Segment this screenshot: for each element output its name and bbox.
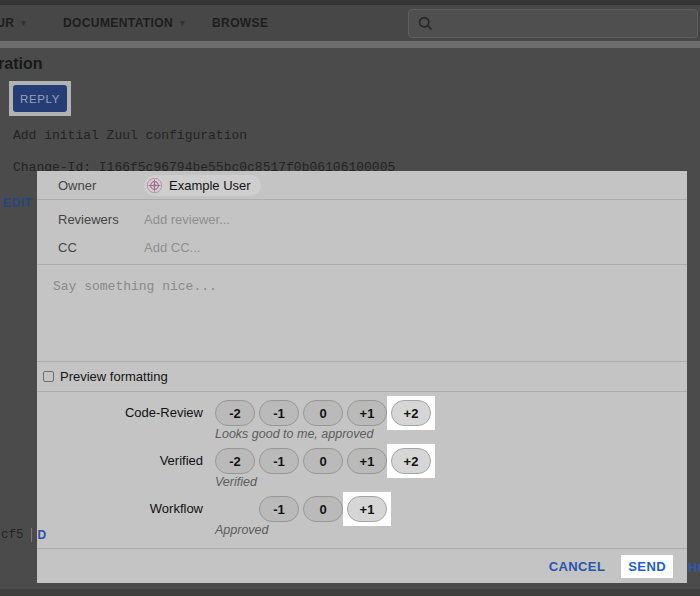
reply-message-textarea[interactable]	[37, 265, 687, 361]
cc-label: CC	[58, 240, 144, 255]
reply-dialog: Owner Example User Reviewers CC Preview …	[37, 171, 687, 583]
page-title-fragment: ration	[0, 55, 42, 73]
vote-button-plus2[interactable]: +2	[391, 400, 431, 426]
vote-button-plus1[interactable]: +1	[347, 496, 387, 522]
preview-checkbox[interactable]	[43, 371, 54, 382]
vote-button-plus1[interactable]: +1	[347, 400, 387, 426]
owner-name: Example User	[169, 178, 251, 193]
vote-label: Code-Review	[37, 400, 215, 426]
vote-button-zero[interactable]: 0	[303, 400, 343, 426]
add-reviewer-input[interactable]	[144, 212, 524, 227]
search-icon	[418, 16, 433, 31]
divider	[31, 528, 32, 542]
vote-button-minus1[interactable]: -1	[259, 448, 299, 474]
preview-checkbox-label: Preview formatting	[60, 369, 168, 384]
vote-section: Code-Review -2 -1 0 +1 +2 Looks good to …	[37, 392, 687, 549]
cancel-button[interactable]: CANCEL	[549, 559, 606, 574]
patchset-info-fragment: cf5 D	[1, 528, 47, 542]
owner-label: Owner	[58, 178, 144, 193]
highlight-box: +2	[391, 400, 431, 426]
vote-label: Workflow	[37, 496, 215, 522]
send-button-highlight: SEND	[621, 555, 673, 578]
avatar	[146, 177, 163, 194]
vote-description: Looks good to me, approved	[215, 426, 687, 442]
vote-button-zero[interactable]: 0	[303, 496, 343, 522]
vote-button-plus1[interactable]: +1	[347, 448, 387, 474]
vote-button-minus1[interactable]: -1	[259, 400, 299, 426]
nav-item-browse[interactable]: BROWSE	[212, 16, 268, 30]
vote-description: Approved	[215, 522, 687, 538]
search-box[interactable]	[408, 9, 698, 38]
owner-row: Owner Example User	[37, 171, 687, 200]
preview-formatting-row: Preview formatting	[37, 362, 687, 392]
vote-row-verified: Verified -2 -1 0 +1 +2	[37, 448, 687, 474]
vote-description: Verified	[215, 474, 687, 490]
chevron-down-icon: ▾	[180, 18, 185, 28]
search-input[interactable]	[439, 10, 697, 37]
background-link-fragment[interactable]: HO	[688, 560, 700, 575]
reply-button[interactable]: REPLY	[13, 85, 67, 112]
vote-row-workflow: Workflow -1 0 +1	[37, 496, 687, 522]
vote-button-minus2[interactable]: -2	[215, 400, 255, 426]
cc-row: CC	[37, 237, 687, 257]
vote-row-code-review: Code-Review -2 -1 0 +1 +2	[37, 400, 687, 426]
message-box	[37, 265, 687, 362]
send-button[interactable]: SEND	[628, 559, 666, 574]
nav-item-your[interactable]: YOUR▾	[0, 16, 26, 30]
nav-item-documentation[interactable]: DOCUMENTATION▾	[63, 16, 185, 30]
add-cc-input[interactable]	[144, 240, 524, 255]
vote-label: Verified	[37, 448, 215, 474]
reviewers-label: Reviewers	[58, 212, 144, 227]
vote-button-minus1[interactable]: -1	[259, 496, 299, 522]
header-bottom-band	[0, 41, 700, 48]
highlight-box: +1	[347, 496, 387, 522]
reply-button-highlight: REPLY	[9, 81, 71, 116]
vote-button-minus2[interactable]: -2	[215, 448, 255, 474]
owner-chip[interactable]: Example User	[144, 175, 261, 196]
highlight-box: +2	[391, 448, 431, 474]
vote-button-plus2[interactable]: +2	[391, 448, 431, 474]
bottom-row-band	[0, 589, 700, 596]
reviewers-row: Reviewers	[37, 209, 687, 229]
download-link-fragment[interactable]: D	[38, 528, 47, 542]
edit-link[interactable]: EDIT	[3, 196, 32, 210]
vote-button-zero[interactable]: 0	[303, 448, 343, 474]
dialog-actions: CANCEL SEND	[37, 549, 687, 583]
chevron-down-icon: ▾	[21, 18, 26, 28]
recipient-fields: Reviewers CC	[37, 200, 687, 265]
commit-sha-fragment: cf5	[1, 528, 24, 542]
commit-subject: Add initial Zuul configuration	[13, 128, 247, 143]
